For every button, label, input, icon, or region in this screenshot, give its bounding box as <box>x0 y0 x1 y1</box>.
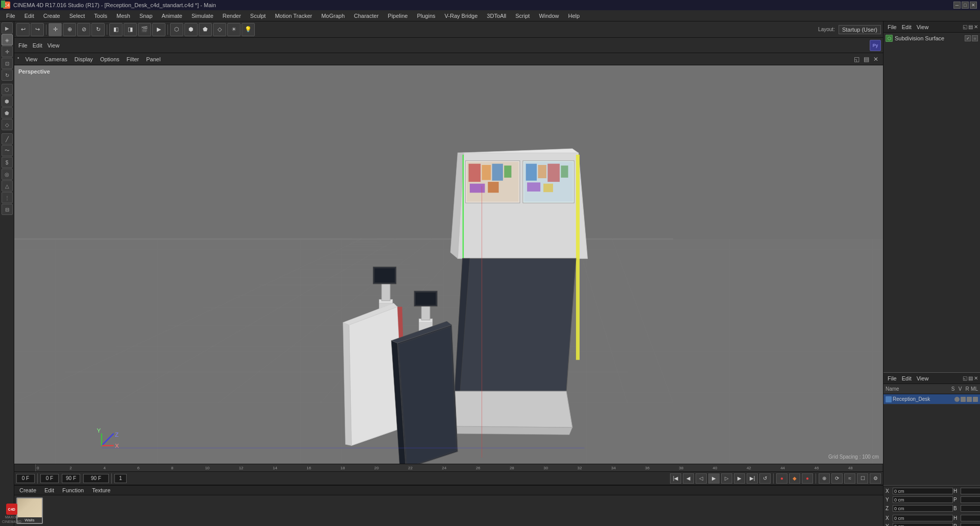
vp-expand-btn[interactable]: ◱ <box>852 56 861 63</box>
menu-vray[interactable]: V-Ray Bridge <box>441 12 482 20</box>
rp-file-btn[interactable]: File <box>16 41 30 50</box>
record-btn[interactable]: ● <box>776 473 787 484</box>
menu-sculpt[interactable]: Sculpt <box>246 12 270 20</box>
subdivision-surface-item[interactable]: ⬡ Subdivision Surface ✓ ○ <box>883 33 980 44</box>
vp-display-menu[interactable]: Display <box>71 55 96 63</box>
tool-camera[interactable]: $ <box>2 157 13 168</box>
menu-simulate[interactable]: Simulate <box>187 12 218 20</box>
tool-rotate[interactable]: ↻ <box>2 69 13 81</box>
menu-window[interactable]: Window <box>535 12 563 20</box>
rb-edit[interactable]: Edit <box>900 374 914 382</box>
tool-mesh1[interactable]: ⬡ <box>2 84 13 95</box>
scene-btn[interactable]: ◨ <box>124 23 137 36</box>
end-frame-input[interactable] <box>62 474 80 483</box>
ss-toggle-2[interactable]: ○ <box>972 35 978 41</box>
vp-close-btn[interactable]: ✕ <box>872 56 880 63</box>
tool-light[interactable]: ◎ <box>2 169 13 180</box>
vp-options-menu[interactable]: Options <box>97 55 123 63</box>
p-size-input[interactable] <box>961 523 980 526</box>
rp-top-view[interactable]: View <box>915 23 931 31</box>
menu-render[interactable]: Render <box>219 12 245 20</box>
b-input[interactable] <box>961 505 980 512</box>
menu-select[interactable]: Select <box>65 12 89 20</box>
obj-v-indicator[interactable] <box>961 397 966 402</box>
maximize-button[interactable]: □ <box>962 2 969 9</box>
loop-btn[interactable]: ↺ <box>759 473 771 484</box>
vp-view-menu[interactable]: View <box>22 55 41 63</box>
rp-top-edit[interactable]: Edit <box>900 23 914 31</box>
tool-select[interactable]: ◈ <box>2 34 13 45</box>
menu-character[interactable]: Character <box>350 12 383 20</box>
deformer-btn[interactable]: ◇ <box>213 23 226 36</box>
rp-top-expand[interactable]: ◱ <box>963 24 967 30</box>
next-key-btn[interactable]: ▷ <box>721 473 732 484</box>
scale-btn[interactable]: ⊘ <box>77 23 90 36</box>
menu-mesh[interactable]: Mesh <box>112 12 134 20</box>
mat-edit-menu[interactable]: Edit <box>41 486 57 494</box>
rp-top-close[interactable]: ✕ <box>974 24 978 30</box>
mat-texture-menu[interactable]: Texture <box>89 486 113 494</box>
keyframe-btn[interactable]: ◆ <box>789 473 800 484</box>
h-input[interactable] <box>961 488 980 494</box>
tool-mode[interactable]: ▶ <box>2 22 13 34</box>
render-view-btn[interactable]: 🎬 <box>138 23 151 36</box>
menu-mograph[interactable]: MoGraph <box>317 12 349 20</box>
menu-plugins[interactable]: Plugins <box>413 12 439 20</box>
obj-s-indicator[interactable] <box>954 397 960 402</box>
goto-start-btn[interactable]: |◀ <box>670 473 681 484</box>
motion-btn[interactable]: ≈ <box>844 473 855 484</box>
tool-material[interactable]: ⊟ <box>2 204 13 215</box>
menu-snap[interactable]: Snap <box>135 12 157 20</box>
vp-panel-menu[interactable]: Panel <box>143 55 163 63</box>
rp-view-btn[interactable]: View <box>45 41 62 50</box>
prev-key-btn[interactable]: ◁ <box>696 473 707 484</box>
rp-top-layout[interactable]: ▤ <box>968 24 973 30</box>
vp-cameras-menu[interactable]: Cameras <box>41 55 70 63</box>
spline-btn[interactable]: ⬢ <box>184 23 198 36</box>
menu-pipeline[interactable]: Pipeline <box>384 12 412 20</box>
play-btn[interactable]: ▶ <box>708 473 720 484</box>
nurbs-btn[interactable]: ⬟ <box>199 23 212 36</box>
current-frame-input[interactable] <box>16 474 35 483</box>
rp-top-file[interactable]: File <box>886 23 899 31</box>
tool-mesh4[interactable]: ◇ <box>2 119 13 130</box>
vp-dot[interactable]: • <box>17 55 19 63</box>
rb-expand[interactable]: ◱ <box>963 375 967 381</box>
start-frame-input[interactable] <box>40 474 59 483</box>
timeline-ruler[interactable]: 0 2 4 6 8 10 12 14 16 18 20 22 24 26 28 … <box>36 464 882 471</box>
menu-edit[interactable]: Edit <box>20 12 38 20</box>
vp-layout-btn[interactable]: ▤ <box>862 56 871 63</box>
close-button[interactable]: ✕ <box>970 2 977 9</box>
goto-end-btn[interactable]: ▶| <box>747 473 758 484</box>
python-icon[interactable]: Py <box>870 40 881 51</box>
menu-file[interactable]: File <box>2 12 19 20</box>
undo-btn[interactable]: ↩ <box>16 23 30 36</box>
menu-create[interactable]: Create <box>39 12 64 20</box>
h-size-input[interactable] <box>961 515 980 521</box>
prev-frame-btn[interactable]: ◀ <box>683 473 694 484</box>
step-input[interactable] <box>114 474 127 483</box>
rb-file[interactable]: File <box>886 374 899 382</box>
obj-r-indicator[interactable] <box>967 397 972 402</box>
light-btn[interactable]: 💡 <box>242 23 255 36</box>
menu-3dtoall[interactable]: 3DToAll <box>483 12 510 20</box>
vp-filter-menu[interactable]: Filter <box>124 55 142 63</box>
rb-close[interactable]: ✕ <box>974 375 978 381</box>
menu-script[interactable]: Script <box>511 12 534 20</box>
menu-help[interactable]: Help <box>564 12 584 20</box>
move-btn[interactable]: ⊕ <box>63 23 76 36</box>
x-pos-input[interactable] <box>893 488 953 494</box>
menu-motion-tracker[interactable]: Motion Tracker <box>271 12 316 20</box>
table-row[interactable]: Reception_Desk <box>883 394 980 404</box>
effector-btn[interactable]: ☀ <box>227 23 241 36</box>
render-btn[interactable]: ▶ <box>152 23 165 36</box>
rotate-btn[interactable]: ↻ <box>91 23 105 36</box>
viewport-3d[interactable]: Z X Y Perspective Grid Spacing : 100 cm <box>14 65 883 464</box>
object-btn[interactable]: ⬡ <box>170 23 183 36</box>
tool-scale[interactable]: ⊡ <box>2 58 13 69</box>
mat-create-menu[interactable]: Create <box>16 486 39 494</box>
objects-btn[interactable]: ◧ <box>109 23 123 36</box>
layout-dropdown[interactable]: Startup (User) <box>839 25 881 34</box>
tool-mesh3[interactable]: ⬟ <box>2 107 13 118</box>
menu-animate[interactable]: Animate <box>158 12 186 20</box>
